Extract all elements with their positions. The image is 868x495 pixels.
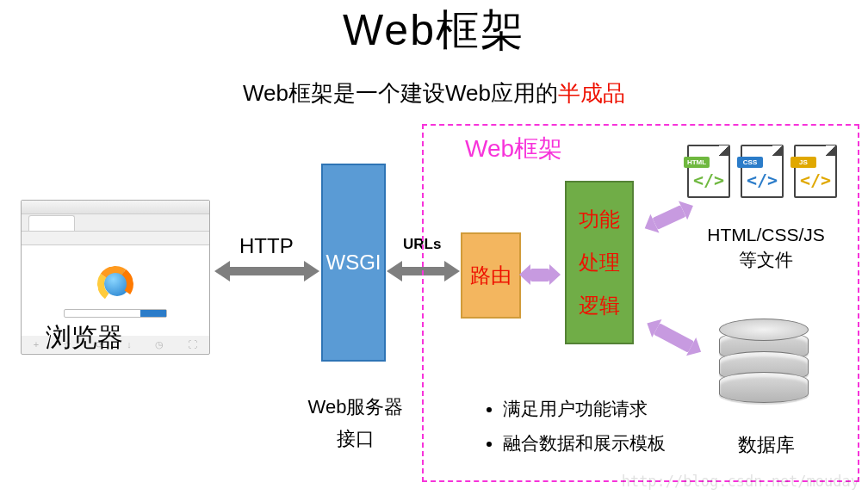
wsgi-caption: Web服务器接口 <box>304 391 407 455</box>
wsgi-box: WSGI <box>321 164 386 362</box>
logic-line-2: 处理 <box>579 249 620 276</box>
logic-box: 功能 处理 逻辑 <box>565 181 634 344</box>
bullet-1: 满足用户功能请求 <box>503 392 666 426</box>
database-icon <box>716 319 811 422</box>
files-caption-line2: 等文件 <box>682 247 850 272</box>
bullet-2: 融合数据和展示模板 <box>503 426 666 461</box>
browser-tabs <box>22 214 209 232</box>
feature-bullets: 满足用户功能请求 融合数据和展示模板 <box>482 392 666 461</box>
code-symbol: </> <box>689 170 728 190</box>
watermark: http://blog.csdn.net/mouday <box>622 473 859 490</box>
logic-line-1: 功能 <box>579 206 620 233</box>
browser-titlebar <box>22 201 209 214</box>
firefox-icon <box>96 264 135 304</box>
route-box: 路由 <box>461 232 521 319</box>
subtitle-prefix: Web框架是一个建设Web应用的 <box>243 80 558 106</box>
css-file-icon: CSS </> <box>741 145 784 198</box>
html-tag: HTML <box>684 157 710 168</box>
http-label: HTTP <box>239 234 294 258</box>
html-file-icon: HTML </> <box>687 145 730 198</box>
framework-title: Web框架 <box>465 133 562 165</box>
database-caption: 数据库 <box>738 432 795 458</box>
subtitle-highlight: 半成品 <box>558 80 625 106</box>
page-title: Web框架 <box>0 2 868 59</box>
file-icons: HTML </> CSS </> JS </> <box>687 145 837 198</box>
browser-label: 浏览器 <box>46 320 123 356</box>
search-bar-mock <box>64 309 167 318</box>
js-file-icon: JS </> <box>794 145 837 198</box>
code-symbol: </> <box>742 170 782 190</box>
files-caption: HTML/CSS/JS 等文件 <box>682 222 850 273</box>
arrow-route-logic <box>530 269 549 282</box>
browser-addressbar <box>22 232 209 245</box>
code-symbol: </> <box>796 170 835 190</box>
logic-line-3: 逻辑 <box>579 292 620 319</box>
css-tag: CSS <box>737 157 763 168</box>
js-tag: JS <box>790 157 816 168</box>
subtitle: Web框架是一个建设Web应用的半成品 <box>0 78 868 108</box>
arrow-http <box>230 267 304 275</box>
files-caption-line1: HTML/CSS/JS <box>682 222 850 247</box>
